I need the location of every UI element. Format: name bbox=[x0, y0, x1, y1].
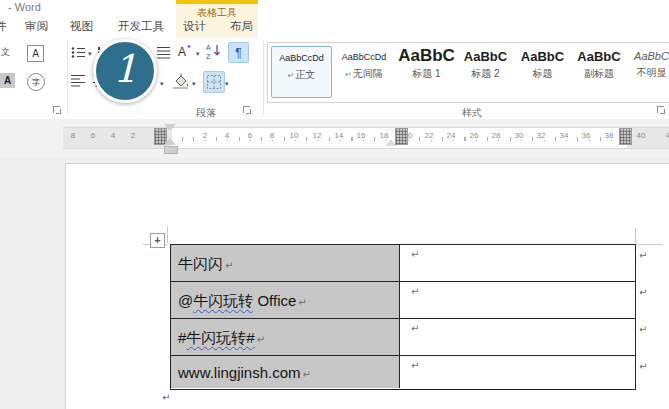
asian-layout-button[interactable]: A ✦ bbox=[176, 43, 194, 61]
ruler-number: 4 bbox=[221, 131, 233, 140]
style-sample: AaBbC bbox=[398, 46, 455, 66]
style-name: 副标题 bbox=[584, 68, 614, 79]
left-indent-marker[interactable] bbox=[164, 146, 178, 154]
tab-mailings-partial[interactable]: 件 bbox=[0, 19, 7, 34]
table-cell[interactable]: ↵ bbox=[401, 245, 635, 281]
ruler-number: 22 bbox=[423, 131, 435, 140]
style-name: 无间隔 bbox=[353, 68, 383, 79]
end-of-row-mark: ↵ bbox=[639, 250, 647, 261]
borders-dropdown[interactable]: ▾ bbox=[225, 80, 229, 88]
bullets-icon bbox=[71, 46, 86, 59]
style-sample: AaBbCcDd bbox=[333, 52, 395, 62]
annotation-step-number: 1 bbox=[113, 47, 137, 91]
sort-button[interactable]: A Z bbox=[206, 43, 223, 60]
style-name: 标题 1 bbox=[412, 68, 440, 79]
style-name: 标题 2 bbox=[471, 68, 499, 79]
style-item-subtle-emphasis[interactable]: AaBbC 不明显 bbox=[629, 46, 669, 96]
first-line-indent-marker[interactable] bbox=[164, 124, 176, 131]
table-column-marker[interactable] bbox=[619, 128, 632, 145]
shading-dropdown[interactable]: ▾ bbox=[192, 80, 196, 88]
column-guide-line bbox=[635, 228, 636, 243]
tab-table-design[interactable]: 设计 bbox=[183, 19, 206, 34]
ruler-number: 6 bbox=[87, 131, 99, 140]
end-of-cell-mark: ↵ bbox=[298, 297, 306, 308]
table-cell[interactable]: www.lingjinsh.com↵ bbox=[171, 356, 400, 388]
ruler-number: 38 bbox=[603, 131, 615, 140]
table-cell[interactable]: @牛闪玩转 Office↵ bbox=[171, 282, 400, 318]
ruler-number: 4 bbox=[662, 131, 669, 140]
paragraph-dialog-launcher[interactable] bbox=[243, 106, 252, 115]
style-name: 标题 bbox=[533, 68, 553, 79]
end-of-cell-mark: ↵ bbox=[257, 334, 265, 345]
table-cell[interactable]: ↵ bbox=[401, 282, 635, 318]
ribbon-tab-row: 件 审阅 视图 开发工具 设计 布局 bbox=[0, 14, 669, 38]
style-item-title[interactable]: AaBbC 标题 bbox=[516, 46, 569, 96]
phonetic-guide-icon[interactable]: 文 bbox=[1, 46, 10, 59]
column-guide-line bbox=[167, 226, 168, 243]
hanging-indent-marker[interactable] bbox=[164, 138, 176, 145]
ruler-number: 8 bbox=[266, 131, 278, 140]
character-shading-button[interactable]: A bbox=[0, 73, 15, 88]
align-left-button[interactable] bbox=[71, 74, 85, 87]
table-row: #牛闪玩转#↵ ↵ bbox=[171, 319, 635, 356]
style-item-subtitle[interactable]: AaBbC 副标题 bbox=[571, 46, 627, 96]
end-of-row-mark: ↵ bbox=[639, 324, 647, 335]
svg-text:A: A bbox=[206, 44, 211, 51]
character-border-button[interactable]: A bbox=[27, 45, 44, 62]
tab-view[interactable]: 视图 bbox=[70, 19, 93, 34]
tab-developer[interactable]: 开发工具 bbox=[118, 19, 164, 34]
font-dialog-launcher[interactable] bbox=[53, 106, 62, 115]
asian-layout-spark-icon: ✦ bbox=[186, 43, 192, 51]
asian-layout-dropdown[interactable]: ▾ bbox=[196, 50, 200, 58]
ruler-number: 34 bbox=[558, 131, 570, 140]
end-of-cell-mark: ↵ bbox=[411, 286, 419, 297]
table-cell[interactable]: 牛闪闪↵ bbox=[171, 245, 400, 281]
table-cell[interactable]: ↵ bbox=[401, 356, 635, 388]
tab-table-layout[interactable]: 布局 bbox=[230, 19, 253, 34]
borders-grid-icon bbox=[207, 75, 221, 89]
svg-text:Z: Z bbox=[206, 53, 211, 60]
title-bar bbox=[0, 0, 669, 14]
table-column-marker[interactable] bbox=[395, 128, 408, 145]
enclose-characters-button[interactable]: 字 bbox=[27, 73, 45, 91]
show-hide-marks-button[interactable]: ¶ bbox=[228, 42, 249, 63]
ruler-number: 8 bbox=[67, 131, 79, 140]
style-name: 不明显 bbox=[637, 67, 667, 78]
group-separator bbox=[67, 41, 68, 115]
style-item-normal[interactable]: AaBbCcDd ↵正文 bbox=[271, 46, 332, 98]
style-sample: AaBbCcDd bbox=[272, 53, 331, 63]
style-sample: AaBbC bbox=[571, 49, 627, 64]
bullets-button[interactable] bbox=[71, 46, 86, 59]
style-sample: AaBbC bbox=[629, 50, 669, 62]
ruler-number: 2 bbox=[199, 131, 211, 140]
group-separator bbox=[263, 41, 264, 115]
table-row: 牛闪闪↵ ↵ bbox=[171, 245, 635, 282]
sort-az-icon: A Z bbox=[206, 43, 223, 60]
style-item-no-spacing[interactable]: AaBbCcDd ↵无间隔 bbox=[333, 46, 395, 96]
table: 牛闪闪↵ ↵ @牛闪玩转 Office↵ ↵ #牛闪玩转#↵ ↵ www.lin… bbox=[170, 244, 636, 390]
style-name: 正文 bbox=[295, 69, 315, 80]
justify-button[interactable] bbox=[157, 46, 170, 59]
style-sample: AaBbC bbox=[458, 49, 513, 64]
borders-button[interactable] bbox=[203, 71, 225, 93]
end-of-cell-mark: ↵ bbox=[411, 360, 419, 371]
line-spacing-dropdown[interactable]: ▾ bbox=[160, 80, 164, 88]
style-item-heading1[interactable]: AaBbC 标题 1 bbox=[398, 46, 455, 96]
right-indent-marker[interactable] bbox=[386, 140, 396, 146]
table-cell[interactable]: ↵ bbox=[401, 319, 635, 355]
tab-review[interactable]: 审阅 bbox=[25, 19, 48, 34]
styles-dialog-launcher[interactable] bbox=[657, 106, 666, 115]
move-handle-icon: + bbox=[154, 235, 160, 246]
table-cell[interactable]: #牛闪玩转#↵ bbox=[171, 319, 400, 355]
shading-button[interactable] bbox=[172, 73, 190, 89]
table-move-handle[interactable]: + bbox=[150, 233, 165, 248]
contextual-tab-accent bbox=[176, 0, 258, 4]
ruler-number: 4 bbox=[107, 131, 119, 140]
ruler-number: 28 bbox=[490, 131, 502, 140]
style-item-heading2[interactable]: AaBbC 标题 2 bbox=[458, 46, 513, 96]
ruler-number: 14 bbox=[333, 131, 345, 140]
character-border-icon: A bbox=[27, 45, 44, 62]
justify-icon bbox=[157, 46, 170, 59]
ruler-number: 18 bbox=[378, 131, 390, 140]
bullets-dropdown[interactable]: ▾ bbox=[88, 50, 92, 58]
